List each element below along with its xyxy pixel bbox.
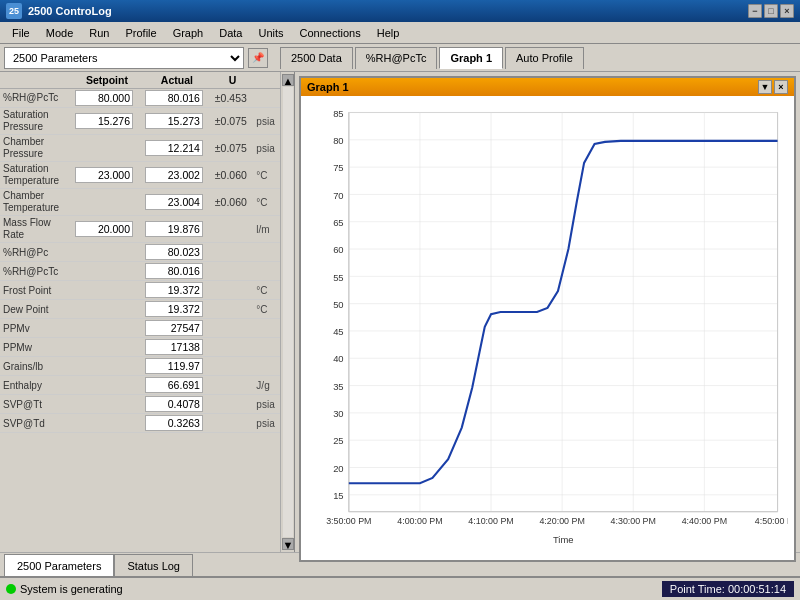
actual-input[interactable] xyxy=(145,113,203,129)
unit-label xyxy=(253,357,280,376)
table-row: Mass Flow Ratel/m xyxy=(0,216,280,243)
readonly-value-input[interactable] xyxy=(145,301,203,317)
svg-text:4:50:00 PM: 4:50:00 PM xyxy=(755,516,788,526)
menu-item-graph[interactable]: Graph xyxy=(165,25,212,41)
table-row: %RH@PcTc±0.453 xyxy=(0,89,280,108)
right-panel: Graph 1 ▼ × xyxy=(295,72,800,552)
row-label: Saturation Pressure xyxy=(0,108,72,135)
readonly-value-input[interactable] xyxy=(145,244,203,260)
row-label: Enthalpy xyxy=(0,376,72,395)
graph1-titlebar: Graph 1 ▼ × xyxy=(301,78,794,96)
readonly-value-input[interactable] xyxy=(145,263,203,279)
tab-auto-profile[interactable]: Auto Profile xyxy=(505,47,584,69)
readonly-value-input[interactable] xyxy=(145,320,203,336)
graph-area: 85 80 75 70 65 60 55 50 45 40 35 30 25 2… xyxy=(301,96,794,560)
readonly-value-input[interactable] xyxy=(145,396,203,412)
unit-label: l/m xyxy=(253,216,280,243)
tab-2500-data[interactable]: 2500 Data xyxy=(280,47,353,69)
table-row: %RH@Pc xyxy=(0,243,280,262)
bottom-tab-2500-parameters[interactable]: 2500 Parameters xyxy=(4,554,114,576)
actual-input[interactable] xyxy=(145,90,203,106)
menu-item-data[interactable]: Data xyxy=(211,25,250,41)
menu-item-file[interactable]: File xyxy=(4,25,38,41)
readonly-value-input[interactable] xyxy=(145,282,203,298)
readonly-value-input[interactable] xyxy=(145,358,203,374)
params-select[interactable]: 2500 Parameters xyxy=(4,47,244,69)
unit-label xyxy=(253,243,280,262)
graph1-title: Graph 1 xyxy=(307,81,349,93)
menu-item-profile[interactable]: Profile xyxy=(117,25,164,41)
row-label: Frost Point xyxy=(0,281,72,300)
row-label: %RH@PcTc xyxy=(0,262,72,281)
setpoint-input[interactable] xyxy=(75,90,133,106)
graph1-close-button[interactable]: × xyxy=(774,80,788,94)
svg-text:70: 70 xyxy=(333,190,343,201)
row-label: SVP@Td xyxy=(0,414,72,433)
graph1-restore-button[interactable]: ▼ xyxy=(758,80,772,94)
unit-label xyxy=(253,262,280,281)
menu-item-units[interactable]: Units xyxy=(250,25,291,41)
svg-text:60: 60 xyxy=(333,244,343,255)
unit-label: °C xyxy=(253,189,280,216)
table-row: %RH@PcTc xyxy=(0,262,280,281)
svg-text:4:00:00 PM: 4:00:00 PM xyxy=(397,516,442,526)
title-bar: 25 2500 ControLog − □ × xyxy=(0,0,800,22)
svg-text:3:50:00 PM: 3:50:00 PM xyxy=(326,516,371,526)
readonly-value-input[interactable] xyxy=(145,415,203,431)
uncertainty-value: ±0.453 xyxy=(212,89,254,108)
actual-input[interactable] xyxy=(145,140,203,156)
actual-input[interactable] xyxy=(145,221,203,237)
maximize-button[interactable]: □ xyxy=(764,4,778,18)
table-row: SVP@Ttpsia xyxy=(0,395,280,414)
unit-label: J/g xyxy=(253,376,280,395)
readonly-value-input[interactable] xyxy=(145,377,203,393)
uncertainty-value xyxy=(212,216,254,243)
table-row: SVP@Tdpsia xyxy=(0,414,280,433)
menu-item-connections[interactable]: Connections xyxy=(292,25,369,41)
chart-svg: 85 80 75 70 65 60 55 50 45 40 35 30 25 2… xyxy=(307,102,788,554)
row-label: %RH@Pc xyxy=(0,243,72,262)
unit-label: °C xyxy=(253,300,280,319)
col-unit xyxy=(253,72,280,89)
svg-text:30: 30 xyxy=(333,408,343,419)
svg-text:55: 55 xyxy=(333,272,343,283)
graph1-window: Graph 1 ▼ × xyxy=(299,76,796,562)
svg-text:20: 20 xyxy=(333,463,343,474)
tab-graph-1[interactable]: Graph 1 xyxy=(439,47,503,69)
uncertainty-value: ±0.075 xyxy=(212,135,254,162)
svg-text:4:10:00 PM: 4:10:00 PM xyxy=(468,516,513,526)
setpoint-input[interactable] xyxy=(75,167,133,183)
tab--rh-pctc[interactable]: %RH@PcTc xyxy=(355,47,438,69)
table-row: Frost Point°C xyxy=(0,281,280,300)
svg-text:Time: Time xyxy=(553,534,574,545)
col-uncertainty: U xyxy=(212,72,254,89)
svg-text:40: 40 xyxy=(333,353,343,364)
close-button[interactable]: × xyxy=(780,4,794,18)
menu-item-run[interactable]: Run xyxy=(81,25,117,41)
minimize-button[interactable]: − xyxy=(748,4,762,18)
actual-input[interactable] xyxy=(145,167,203,183)
table-row: PPMw xyxy=(0,338,280,357)
app-title: 2500 ControLog xyxy=(28,5,112,17)
uncertainty-value: ±0.075 xyxy=(212,108,254,135)
setpoint-input[interactable] xyxy=(75,113,133,129)
readonly-value-input[interactable] xyxy=(145,339,203,355)
row-label: Mass Flow Rate xyxy=(0,216,72,243)
svg-text:50: 50 xyxy=(333,299,343,310)
menu-item-mode[interactable]: Mode xyxy=(38,25,82,41)
menu-item-help[interactable]: Help xyxy=(369,25,408,41)
unit-label: psia xyxy=(253,395,280,414)
actual-input[interactable] xyxy=(145,194,203,210)
table-row: PPMv xyxy=(0,319,280,338)
row-label: Chamber Pressure xyxy=(0,135,72,162)
app-icon: 25 xyxy=(6,3,22,19)
table-row: Dew Point°C xyxy=(0,300,280,319)
pin-button[interactable]: 📌 xyxy=(248,48,268,68)
unit-label xyxy=(253,89,280,108)
table-row: Chamber Temperature±0.060°C xyxy=(0,189,280,216)
bottom-tab-status-log[interactable]: Status Log xyxy=(114,554,193,576)
setpoint-input[interactable] xyxy=(75,221,133,237)
scrollbar[interactable]: ▲ ▼ xyxy=(280,72,294,552)
unit-label xyxy=(253,338,280,357)
unit-label: °C xyxy=(253,281,280,300)
